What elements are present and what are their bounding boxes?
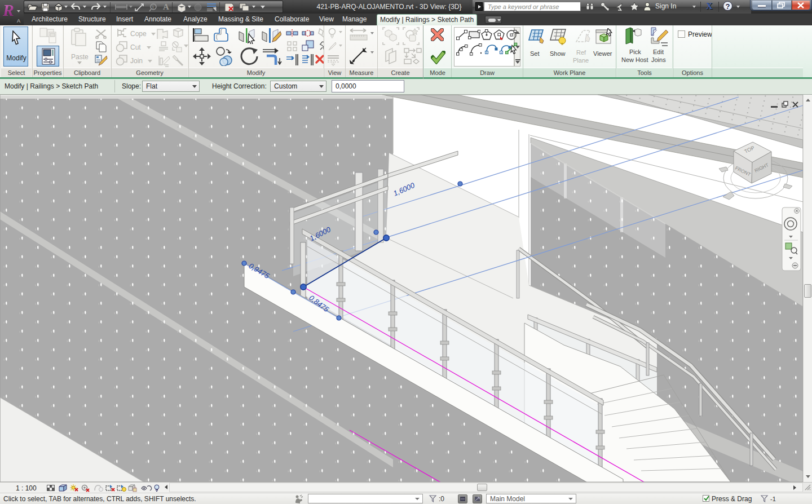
svg-text:1: 1 xyxy=(152,5,155,10)
